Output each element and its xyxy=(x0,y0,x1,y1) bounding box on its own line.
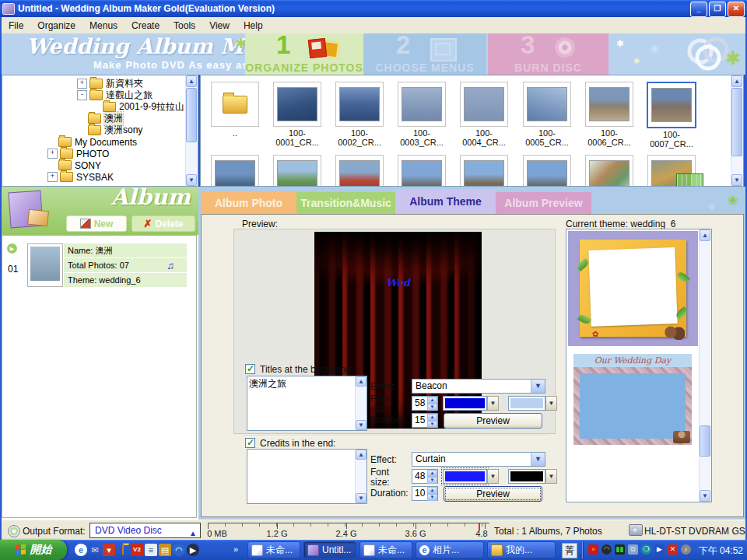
photo-thumbnail[interactable] xyxy=(209,155,261,187)
tree-item[interactable]: +PHOTO xyxy=(2,148,198,159)
titles-duration-spinner[interactable]: 15 ▲▼ xyxy=(412,413,438,428)
tray-volume-icon[interactable]: ♪ xyxy=(681,544,691,555)
step-organize-photos[interactable]: 1 ORGANIZE PHOTOS xyxy=(245,33,363,75)
titles-checkbox[interactable] xyxy=(245,364,255,374)
scroll-up-icon[interactable]: ▲ xyxy=(186,75,197,87)
tab-album-photo[interactable]: Album Photo xyxy=(201,192,296,214)
photo-thumbnail[interactable]: 100-0002_CR... xyxy=(334,82,385,147)
photo-thumbnail[interactable] xyxy=(396,155,447,187)
expand-icon[interactable]: + xyxy=(47,149,58,159)
theme-list-scrollbar[interactable]: ▲ ▼ xyxy=(699,229,711,502)
close-button[interactable]: ✕ xyxy=(728,2,745,17)
menu-file[interactable]: File xyxy=(2,20,30,31)
photo-thumbnail[interactable] xyxy=(272,155,323,187)
tree-item[interactable]: +SYSBAK xyxy=(2,171,198,183)
tree-item[interactable]: -達觀山之旅 xyxy=(2,89,198,101)
scroll-up-icon[interactable]: ▲ xyxy=(700,229,710,241)
tree-item[interactable]: My Documents xyxy=(2,136,198,148)
titles-bg-color-swatch[interactable] xyxy=(508,396,545,411)
tree-item[interactable]: 2001-9-9拉拉山 xyxy=(2,101,198,113)
photo-thumbnail[interactable]: 100-0001_CR... xyxy=(272,82,323,147)
taskbar-window-3[interactable]: 未命... xyxy=(359,541,412,558)
taskbar-window-4[interactable]: e相片... xyxy=(416,541,484,558)
globe-icon[interactable]: ◠ xyxy=(173,544,185,556)
spinner-arrows-icon[interactable]: ▲▼ xyxy=(427,397,437,410)
credits-font-color-swatch[interactable] xyxy=(443,469,487,484)
photo-thumbnail[interactable]: 100-0004_CR... xyxy=(458,82,510,147)
menu-menus[interactable]: Menus xyxy=(82,20,124,31)
scroll-down-icon[interactable]: ▼ xyxy=(356,493,366,503)
step-choose-menus[interactable]: 2 CHOOSE MENUS xyxy=(363,33,486,75)
chevron-down-icon[interactable]: ▼ xyxy=(545,469,557,484)
credits-checkbox[interactable] xyxy=(245,438,255,448)
tray-equalizer-icon[interactable]: ▮▮ xyxy=(615,544,625,555)
tree-item[interactable]: +新資料夾 xyxy=(2,78,198,89)
tab-album-theme-active[interactable]: Album Theme xyxy=(395,189,496,214)
menu-tools[interactable]: Tools xyxy=(167,20,202,31)
tray-messenger-icon[interactable]: ❍ xyxy=(641,544,651,555)
chevron-up-icon[interactable]: ▲ xyxy=(189,527,197,541)
expand-icon[interactable]: + xyxy=(77,79,87,89)
document-icon[interactable]: ≡ xyxy=(145,544,157,556)
chevron-down-icon[interactable]: ▼ xyxy=(531,453,545,466)
titles-font-size-spinner[interactable]: 58 ▲▼ xyxy=(412,396,438,411)
tab-transition-music[interactable]: Transition&Music xyxy=(296,192,395,214)
menu-organize[interactable]: Organize xyxy=(30,20,82,31)
chevron-down-icon[interactable]: ▼ xyxy=(487,469,499,484)
scroll-down-icon[interactable]: ▼ xyxy=(700,490,710,502)
textarea-scrollbar[interactable]: ▲ ▼ xyxy=(355,450,366,503)
menu-help[interactable]: Help xyxy=(237,20,270,31)
taskbar-window-2-active[interactable]: Untitl... xyxy=(303,541,356,558)
credits-text-input[interactable]: ▲ ▼ xyxy=(247,449,367,504)
chevron-down-icon[interactable]: ▼ xyxy=(545,396,557,411)
output-format-select[interactable]: DVD Video Disc ▲ xyxy=(89,523,201,538)
start-button[interactable]: 開始 xyxy=(0,540,67,560)
scroll-down-icon[interactable]: ▼ xyxy=(731,174,742,186)
album-list-item[interactable]: ▶ 01 Name: 澳洲 Total Photos: 07♫ Theme: w… xyxy=(4,242,193,292)
photo-thumbnail[interactable] xyxy=(521,155,573,187)
tray-player-icon[interactable]: ▶ xyxy=(654,544,665,555)
titles-preview-button[interactable]: Preview xyxy=(444,413,542,429)
titles-text-input[interactable]: 澳洲之旅 ▲ ▼ xyxy=(247,376,367,431)
taskbar-window-1[interactable]: 未命... xyxy=(247,541,300,558)
titles-font-color-swatch[interactable] xyxy=(443,396,487,411)
photo-thumbnail[interactable] xyxy=(584,155,635,187)
chevron-down-icon[interactable]: ▼ xyxy=(487,396,499,411)
spinner-arrows-icon[interactable]: ▲▼ xyxy=(427,414,437,427)
restore-button[interactable]: ❐ xyxy=(709,2,726,17)
photo-thumbnail[interactable]: 100-0006_CR... xyxy=(584,82,635,147)
theme-item-selected[interactable]: ✿ xyxy=(568,231,698,346)
v2-antivirus-icon[interactable]: V2 xyxy=(131,544,143,556)
credits-duration-spinner[interactable]: 10 ▲▼ xyxy=(412,486,438,501)
tray-power-icon[interactable]: ◠ xyxy=(601,544,612,555)
titles-effect-select[interactable]: Beacon ▼ xyxy=(412,379,545,394)
folder-icon[interactable] xyxy=(117,544,129,556)
tab-album-preview[interactable]: Album Preview xyxy=(496,192,591,214)
spinner-arrows-icon[interactable]: ▲▼ xyxy=(427,470,437,483)
scroll-up-icon[interactable]: ▲ xyxy=(356,376,366,387)
photo-thumbnail[interactable] xyxy=(458,155,510,187)
credits-preview-button[interactable]: Preview xyxy=(444,486,542,502)
photo-thumbnail[interactable]: 100-0005_CR... xyxy=(521,82,573,147)
ime-language-indicator[interactable]: 菁 xyxy=(562,543,577,558)
credits-bg-color-swatch[interactable] xyxy=(508,469,545,484)
browser-scrollbar[interactable]: ▲ ▼ xyxy=(731,75,743,186)
menu-create[interactable]: Create xyxy=(124,20,167,31)
tree-item[interactable]: SONY xyxy=(2,159,198,171)
taskbar-window-5[interactable]: 我的... xyxy=(487,541,556,558)
play-icon[interactable]: ▶ xyxy=(7,243,17,254)
menu-view[interactable]: View xyxy=(202,20,237,31)
tray-error-icon[interactable]: ✕ xyxy=(668,544,678,555)
scroll-up-icon[interactable]: ▲ xyxy=(731,75,742,87)
new-album-button[interactable]: New xyxy=(66,215,127,232)
book-icon[interactable]: ▤ xyxy=(159,544,171,556)
scroll-up-icon[interactable]: ▲ xyxy=(356,450,366,460)
scroll-down-icon[interactable]: ▼ xyxy=(356,420,366,430)
textarea-scrollbar[interactable]: ▲ ▼ xyxy=(355,376,366,430)
folder-up-item[interactable]: .. xyxy=(209,82,261,138)
credits-font-size-spinner[interactable]: 48 ▲▼ xyxy=(412,469,438,484)
media-player-icon[interactable]: ▶ xyxy=(187,544,199,556)
quicklaunch-overflow-icon[interactable]: » xyxy=(233,544,238,554)
credits-effect-select[interactable]: Curtain ▼ xyxy=(412,452,545,467)
tree-scrollbar[interactable]: ▲ ▼ xyxy=(185,75,198,186)
